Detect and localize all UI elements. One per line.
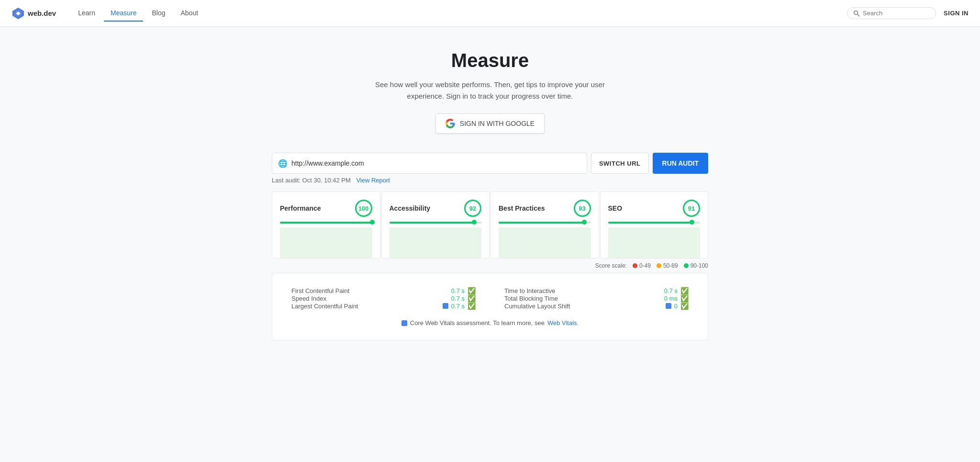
url-row: 🌐 SWITCH URL RUN AUDIT xyxy=(272,153,708,174)
score-bar-fill xyxy=(280,222,372,224)
cwv-badge-icon xyxy=(401,320,407,326)
metrics-box: First Contentful Paint 0.7 s ✅ Speed Ind… xyxy=(272,273,708,340)
check-icon: ✅ xyxy=(680,302,689,310)
hero-subtitle: See how well your website performs. Then… xyxy=(370,79,610,102)
metric-value-text: 0.7 s xyxy=(451,303,465,310)
metric-value-text: 0.7 s xyxy=(664,287,678,294)
last-audit-info: Last audit: Oct 30, 10:42 PM View Report xyxy=(272,177,708,184)
score-circle: 92 xyxy=(464,200,481,217)
scale-dot-icon xyxy=(684,263,689,268)
scale-label: 90-100 xyxy=(690,262,708,269)
sign-in-google-label: SIGN IN WITH GOOGLE xyxy=(460,120,535,127)
metric-value-text: 0 ms xyxy=(664,295,678,302)
scale-item: 0-49 xyxy=(633,262,651,269)
core-vitals-note: Core Web Vitals assessment. To learn mor… xyxy=(291,319,689,327)
metric-value: 0 ms ✅ xyxy=(664,294,689,302)
score-bar-thumb xyxy=(472,220,477,225)
view-report-link[interactable]: View Report xyxy=(356,177,390,184)
search-input[interactable] xyxy=(863,10,930,17)
scale-label: 0-49 xyxy=(639,262,651,269)
metric-value-text: 0.7 s xyxy=(451,287,465,294)
metric-badge-icon xyxy=(443,303,448,309)
navbar: web.dev Learn Measure Blog About SIGN IN xyxy=(0,0,980,27)
check-icon: ✅ xyxy=(468,302,476,310)
metric-value: 0.7 s ✅ xyxy=(664,287,689,294)
score-bar-area xyxy=(499,222,591,224)
nav-link-about[interactable]: About xyxy=(174,5,205,22)
score-bar-fill xyxy=(608,222,692,224)
score-scale: Score scale:0-4950-8990-100 xyxy=(272,262,708,269)
nav-link-measure[interactable]: Measure xyxy=(104,5,143,22)
search-box[interactable] xyxy=(847,7,936,19)
score-thumbnail xyxy=(608,227,701,258)
nav-link-learn[interactable]: Learn xyxy=(71,5,102,22)
url-input[interactable] xyxy=(291,159,581,167)
metric-name: First Contentful Paint xyxy=(291,287,349,294)
score-bar-track xyxy=(390,222,482,224)
nav-links: Learn Measure Blog About xyxy=(71,5,847,22)
metrics-left-col: First Contentful Paint 0.7 s ✅ Speed Ind… xyxy=(291,287,476,310)
hero-section: Measure See how well your website perfor… xyxy=(272,50,708,134)
url-section: 🌐 SWITCH URL RUN AUDIT Last audit: Oct 3… xyxy=(272,153,708,184)
score-bar-area xyxy=(280,222,372,224)
metric-row: Cumulative Layout Shift 0 ✅ xyxy=(504,302,689,310)
score-card-title: Performance xyxy=(280,204,321,212)
score-card: SEO 91 xyxy=(600,192,709,259)
check-icon: ✅ xyxy=(680,287,689,294)
metrics-right-col: Time to Interactive 0.7 s ✅ Total Blocki… xyxy=(504,287,689,310)
metric-name: Cumulative Layout Shift xyxy=(504,303,570,310)
scale-dot-icon xyxy=(633,263,637,268)
score-card-title: Accessibility xyxy=(390,204,431,212)
core-vitals-text: Core Web Vitals assessment. To learn mor… xyxy=(410,319,545,327)
score-card: Performance 100 xyxy=(272,192,380,259)
score-scale-label: Score scale: xyxy=(595,262,627,269)
metric-row: Largest Contentful Paint 0.7 s ✅ xyxy=(291,302,476,310)
run-audit-button[interactable]: RUN AUDIT xyxy=(653,153,708,174)
score-bar-thumb xyxy=(370,220,375,225)
sign-in-google-button[interactable]: SIGN IN WITH GOOGLE xyxy=(435,113,545,134)
score-circle: 91 xyxy=(683,200,700,217)
metric-value-text: 0.7 s xyxy=(451,295,465,302)
metric-value: 0.7 s ✅ xyxy=(451,287,476,294)
score-circle: 93 xyxy=(574,200,591,217)
metric-name: Total Blocking Time xyxy=(504,295,558,302)
score-card-header: Best Practices 93 xyxy=(499,200,591,217)
search-icon xyxy=(853,10,860,17)
google-logo-icon xyxy=(445,119,455,128)
logo-text: web.dev xyxy=(28,9,56,17)
score-bar-thumb xyxy=(582,220,587,225)
check-icon: ✅ xyxy=(468,294,476,302)
metric-value-text: 0 xyxy=(674,303,678,310)
score-bar-area xyxy=(390,222,482,224)
check-icon: ✅ xyxy=(468,287,476,294)
sign-in-nav-button[interactable]: SIGN IN xyxy=(944,10,969,17)
score-card-header: SEO 91 xyxy=(608,200,701,217)
metric-row: First Contentful Paint 0.7 s ✅ xyxy=(291,287,476,294)
score-card-title: SEO xyxy=(608,204,623,212)
web-vitals-link[interactable]: Web Vitals. xyxy=(547,319,579,327)
svg-line-4 xyxy=(858,14,859,16)
nav-right: SIGN IN xyxy=(847,7,969,19)
scale-item: 50-89 xyxy=(657,262,678,269)
metric-row: Time to Interactive 0.7 s ✅ xyxy=(504,287,689,294)
score-bar-area xyxy=(608,222,701,224)
score-thumbnail xyxy=(390,227,482,258)
url-input-wrapper: 🌐 xyxy=(272,153,587,174)
score-bar-thumb xyxy=(690,220,694,225)
score-bar-track xyxy=(280,222,372,224)
score-card: Best Practices 93 xyxy=(490,192,599,259)
svg-point-3 xyxy=(854,11,858,14)
score-bar-track xyxy=(499,222,591,224)
switch-url-button[interactable]: SWITCH URL xyxy=(591,153,649,174)
metric-value: 0 ✅ xyxy=(666,302,689,310)
scale-label: 50-89 xyxy=(663,262,678,269)
nav-logo[interactable]: web.dev xyxy=(11,7,56,20)
metric-name: Largest Contentful Paint xyxy=(291,303,358,310)
logo-icon xyxy=(11,7,25,20)
score-bar-track xyxy=(608,222,701,224)
page-title: Measure xyxy=(272,50,708,71)
check-icon: ✅ xyxy=(680,294,689,302)
main-content: Measure See how well your website perfor… xyxy=(260,27,720,369)
score-thumbnail xyxy=(499,227,591,258)
nav-link-blog[interactable]: Blog xyxy=(145,5,172,22)
